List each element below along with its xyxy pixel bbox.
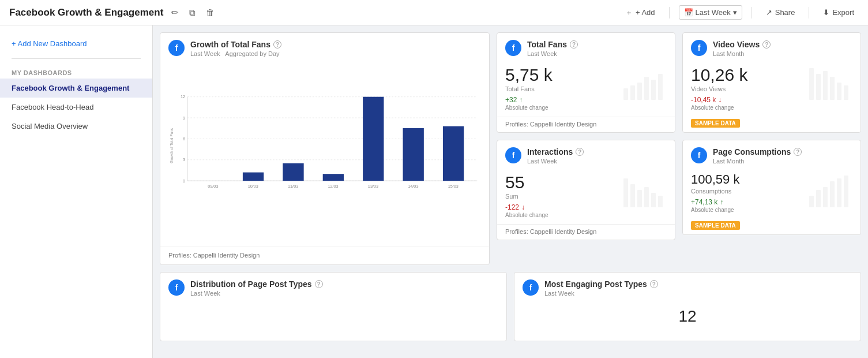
video-sample-badge: SAMPLE DATA	[691, 119, 740, 128]
consumptions-sparkline	[806, 173, 852, 207]
bar-1103	[283, 163, 303, 181]
interactions-change: -122 ↓	[505, 203, 548, 211]
calendar-icon: 📅	[684, 8, 693, 17]
interactions-header: f Interactions ? Last Week	[497, 140, 675, 169]
interactions-sparkline	[621, 173, 667, 207]
edit-button[interactable]: ✏	[169, 6, 181, 19]
interactions-title-block: Interactions ? Last Week	[527, 147, 584, 165]
svg-rect-19	[623, 88, 628, 100]
help-icon[interactable]: ?	[273, 40, 281, 49]
separator-1	[669, 7, 670, 18]
interactions-stat-left: 55 Sum -122 ↓ Absolute change	[505, 173, 548, 218]
facebook-icon-distribution: f	[168, 279, 185, 296]
svg-rect-28	[644, 187, 649, 207]
growth-title-block: Growth of Total Fans ? Last Week Aggrega…	[190, 40, 281, 57]
interactions-stat-body: 55 Sum -122 ↓ Absolute change	[497, 169, 675, 224]
svg-rect-39	[823, 187, 828, 207]
svg-rect-29	[651, 193, 656, 207]
video-stat-left: 10,26 k Video Views -10,45 k ↓ Absolute …	[691, 65, 747, 111]
consumptions-change-label: Absolute change	[691, 207, 739, 213]
bar-1303	[363, 97, 384, 181]
growth-widget-header: f Growth of Total Fans ? Last Week Aggre…	[160, 33, 489, 62]
fans-stat-body: 5,75 k Total Fans +32 ↑ Absolute change	[497, 62, 675, 117]
export-button[interactable]: ⬇ Export	[818, 6, 859, 19]
interactions-change-label: Absolute change	[505, 212, 548, 218]
svg-rect-21	[637, 83, 642, 100]
sidebar-item-facebook-head[interactable]: Facebook Head-to-Head	[0, 98, 152, 117]
distribution-subtitle: Last Week	[190, 290, 323, 297]
fans-stat-left: 5,75 k Total Fans +32 ↑ Absolute change	[505, 65, 553, 111]
svg-rect-26	[630, 184, 635, 207]
facebook-icon-video: f	[691, 40, 707, 56]
fans-help-icon[interactable]: ?	[570, 40, 578, 49]
total-fans-widget: f Total Fans ? Last Week 5,75 k Tot	[497, 32, 675, 133]
consumptions-value-label: Consumptions	[691, 188, 739, 195]
sidebar: + Add New Dashboard MY DASHBOARDS Facebo…	[0, 25, 153, 358]
facebook-icon-interactions: f	[505, 147, 521, 163]
engaging-subtitle: Last Week	[544, 290, 658, 297]
svg-rect-20	[630, 85, 635, 100]
sidebar-item-label: Facebook Growth & Engagement	[12, 84, 129, 92]
svg-rect-35	[837, 83, 841, 100]
fans-value: 5,75 k	[505, 65, 553, 84]
distribution-title-block: Distribution of Page Post Types ? Last W…	[190, 279, 323, 297]
stat-widgets-col-2: f Video Views ? Last Month 10,26 k	[682, 32, 861, 265]
svg-text:14/03: 14/03	[408, 184, 418, 189]
consumptions-help-icon[interactable]: ?	[794, 148, 802, 156]
distribution-content	[160, 301, 506, 311]
svg-text:3: 3	[183, 157, 185, 162]
page-title: Facebook Growth & Engagement	[9, 7, 163, 18]
consumptions-stat-left: 100,59 k Consumptions +74,13 k ↑ Absolut…	[691, 173, 739, 213]
chevron-down-icon: ▾	[733, 8, 737, 17]
add-icon: ＋	[625, 8, 633, 18]
svg-rect-25	[623, 178, 628, 207]
video-value: 10,26 k	[691, 65, 747, 84]
separator-2	[751, 7, 752, 18]
share-icon: ↗	[766, 8, 772, 17]
growth-widget: f Growth of Total Fans ? Last Week Aggre…	[160, 32, 490, 265]
video-value-label: Video Views	[691, 85, 747, 92]
add-dashboard-button[interactable]: + Add New Dashboard	[0, 35, 152, 53]
interactions-subtitle: Last Week	[527, 158, 584, 165]
consumptions-subtitle: Last Month	[713, 158, 802, 165]
svg-text:12: 12	[181, 94, 185, 99]
video-help-icon[interactable]: ?	[762, 40, 771, 49]
bottom-widget-row: f Distribution of Page Post Types ? Last…	[160, 272, 861, 341]
svg-rect-37	[809, 196, 814, 207]
sidebar-item-label: Facebook Head-to-Head	[12, 103, 93, 111]
interactions-widget: f Interactions ? Last Week 55 Sum	[497, 140, 675, 240]
interactions-help-icon[interactable]: ?	[576, 148, 584, 156]
svg-text:6: 6	[183, 136, 185, 141]
last-week-button[interactable]: 📅 Last Week ▾	[679, 5, 742, 20]
separator-3	[809, 7, 809, 18]
sidebar-item-label: Social Media Overview	[12, 122, 88, 130]
distribution-help-icon[interactable]: ?	[315, 280, 323, 288]
growth-subtitle: Last Week Aggregated by Day	[190, 50, 281, 57]
consumptions-header: f Page Consumptions ? Last Month	[683, 140, 861, 169]
fans-sparkline	[621, 65, 667, 100]
header-right: ＋ + Add 📅 Last Week ▾ ↗ Share ⬇ Export	[621, 5, 859, 20]
sidebar-item-facebook-growth[interactable]: Facebook Growth & Engagement	[0, 79, 152, 98]
video-change: -10,45 k ↓	[691, 96, 747, 104]
svg-text:12/03: 12/03	[328, 184, 338, 189]
delete-button[interactable]: 🗑	[204, 6, 217, 18]
growth-profiles: Profiles: Cappelli Identity Design	[160, 247, 489, 264]
bar-1503	[443, 126, 464, 181]
svg-text:9: 9	[183, 115, 185, 121]
share-button[interactable]: ↗ Share	[761, 6, 800, 19]
video-title-block: Video Views ? Last Month	[713, 40, 771, 57]
engaging-title-block: Most Engaging Post Types ? Last Week	[544, 279, 658, 297]
svg-text:11/03: 11/03	[288, 184, 298, 189]
svg-rect-42	[844, 176, 848, 207]
stat-widgets-col: f Total Fans ? Last Week 5,75 k Tot	[497, 32, 675, 265]
video-change-label: Absolute change	[691, 105, 747, 111]
sidebar-item-social-media[interactable]: Social Media Overview	[0, 117, 152, 136]
copy-button[interactable]: ⧉	[187, 6, 198, 19]
top-widget-row: f Growth of Total Fans ? Last Week Aggre…	[160, 32, 861, 265]
add-button[interactable]: ＋ + Add	[621, 5, 660, 20]
video-views-widget: f Video Views ? Last Month 10,26 k	[682, 32, 861, 133]
svg-text:15/03: 15/03	[448, 184, 459, 189]
fans-subtitle: Last Week	[527, 50, 578, 57]
engaging-help-icon[interactable]: ?	[650, 280, 658, 288]
fans-change-label: Absolute change	[505, 105, 553, 111]
